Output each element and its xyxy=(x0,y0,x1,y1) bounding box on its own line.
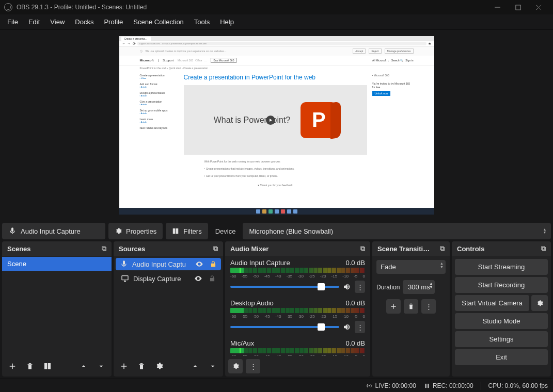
add-source-button[interactable] xyxy=(117,359,131,373)
transitions-title: Scene Transiti… xyxy=(377,245,430,253)
titlebar: OBS 29.1.3 - Profile: Untitled - Scenes:… xyxy=(0,0,553,14)
exit-button[interactable]: Exit xyxy=(455,349,548,365)
source-down-button[interactable] xyxy=(206,359,220,373)
minimize-button[interactable] xyxy=(487,0,508,14)
scenes-title: Scenes xyxy=(7,245,31,253)
menu-docks[interactable]: Docks xyxy=(70,16,99,28)
start-virtual-camera-button[interactable]: Start Virtual Camera xyxy=(455,295,529,311)
maximize-button[interactable] xyxy=(508,0,528,14)
source-item[interactable]: Display Capture xyxy=(116,271,221,286)
mixer-channel: Audio Input Capture0.0 dB -60-55-50-45-4… xyxy=(225,257,370,297)
popout-icon[interactable]: ⧉ xyxy=(440,244,445,253)
svg-rect-5 xyxy=(48,363,51,369)
svg-rect-7 xyxy=(425,383,426,387)
statusbar: LIVE: 00:00:00 REC: 00:00:00 CPU: 0.0%, … xyxy=(0,379,553,392)
close-button[interactable] xyxy=(528,0,549,14)
eye-icon[interactable] xyxy=(194,274,202,283)
scene-down-button[interactable] xyxy=(94,359,108,373)
obs-logo-icon xyxy=(4,3,12,11)
settings-button[interactable]: Settings xyxy=(455,331,548,347)
preview-area[interactable]: Create a presenta… ←→⟳support.microsoft.… xyxy=(0,30,553,221)
controls-dock: Controls⧉ Start Streaming Start Recordin… xyxy=(452,241,551,377)
svg-rect-6 xyxy=(122,276,128,280)
mixer-settings-button[interactable] xyxy=(228,359,243,373)
source-item[interactable]: Audio Input Captu xyxy=(116,258,221,270)
mic-icon xyxy=(8,227,17,235)
level-meter xyxy=(230,308,365,313)
channel-menu-button[interactable]: ⋮ xyxy=(355,321,365,333)
speaker-icon[interactable] xyxy=(342,282,352,291)
transition-select[interactable]: Fade ▲▼ xyxy=(376,260,446,274)
remove-scene-button[interactable] xyxy=(23,359,37,373)
controls-title: Controls xyxy=(457,245,484,253)
menu-tools[interactable]: Tools xyxy=(189,16,215,28)
menu-help[interactable]: Help xyxy=(215,16,239,28)
svg-rect-8 xyxy=(428,383,429,387)
meter-ticks: -60-55-50-45-40-35-30-25-20-15-10-50 xyxy=(230,314,365,319)
scenes-dock: Scenes⧉ Scene xyxy=(2,241,112,377)
monitor-icon xyxy=(121,274,129,283)
duration-label: Duration xyxy=(376,284,400,291)
menu-edit[interactable]: Edit xyxy=(23,16,45,28)
virtual-camera-settings-button[interactable] xyxy=(531,295,548,311)
source-up-button[interactable] xyxy=(188,359,202,373)
mixer-title: Audio Mixer xyxy=(230,245,268,253)
eye-icon[interactable] xyxy=(195,260,203,268)
scene-filter-button[interactable] xyxy=(40,359,55,373)
sources-title: Sources xyxy=(119,245,145,253)
svg-rect-2 xyxy=(173,228,176,234)
remove-transition-button[interactable] xyxy=(404,299,418,314)
selected-source-label: Audio Input Capture xyxy=(21,227,81,235)
properties-button[interactable]: Properties xyxy=(108,223,163,239)
mixer-channel: Mic/Aux0.0 dB -60-55-50-45-40-35-30-25-2… xyxy=(225,337,370,356)
source-properties-button[interactable] xyxy=(152,359,166,373)
selected-source-pill: Audio Input Capture xyxy=(2,223,105,239)
meter-ticks: -60-55-50-45-40-35-30-25-20-15-10-50 xyxy=(230,274,365,279)
start-streaming-button[interactable]: Start Streaming xyxy=(455,259,548,275)
channel-menu-button[interactable]: ⋮ xyxy=(355,281,365,293)
level-meter xyxy=(230,268,365,273)
device-label: Device xyxy=(211,227,240,235)
svg-rect-0 xyxy=(495,7,500,7)
volume-slider[interactable] xyxy=(230,326,339,328)
duration-input[interactable]: 300 ms ▲▼ xyxy=(403,280,435,294)
cpu-status: CPU: 0.0%, 60.00 fps xyxy=(488,382,548,389)
lock-icon[interactable] xyxy=(210,260,217,268)
svg-rect-3 xyxy=(176,228,179,234)
pause-icon xyxy=(423,382,431,389)
level-meter xyxy=(230,348,365,353)
preview-canvas: Create a presenta… ←→⟳support.microsoft.… xyxy=(119,36,434,215)
transition-menu-button[interactable]: ⋮ xyxy=(421,299,436,314)
svg-rect-4 xyxy=(44,363,47,369)
speaker-icon[interactable] xyxy=(342,322,352,332)
menu-profile[interactable]: Profile xyxy=(99,16,128,28)
popout-icon[interactable]: ⧉ xyxy=(541,244,546,253)
popout-icon[interactable]: ⧉ xyxy=(102,244,106,253)
add-scene-button[interactable] xyxy=(5,359,20,373)
transitions-dock: Scene Transiti…⧉ Fade ▲▼ Duration 300 ms… xyxy=(372,241,450,377)
menu-scene-collection[interactable]: Scene Collection xyxy=(128,16,189,28)
mixer-channel: Desktop Audio0.0 dB -60-55-50-45-40-35-3… xyxy=(225,297,370,337)
window-title: OBS 29.1.3 - Profile: Untitled - Scenes:… xyxy=(17,4,147,11)
volume-slider[interactable] xyxy=(230,286,339,288)
scene-item[interactable]: Scene xyxy=(2,257,112,271)
source-context-bar: Audio Input Capture Properties Filters D… xyxy=(0,221,553,241)
remove-source-button[interactable] xyxy=(134,359,149,373)
add-transition-button[interactable] xyxy=(386,299,401,314)
chevron-updown-icon: ▲▼ xyxy=(541,228,549,234)
popout-icon[interactable]: ⧉ xyxy=(360,244,365,253)
mixer-menu-button[interactable]: ⋮ xyxy=(246,359,260,373)
scene-up-button[interactable] xyxy=(76,359,91,373)
start-recording-button[interactable]: Start Recording xyxy=(455,277,548,293)
gear-icon xyxy=(115,227,122,235)
menu-view[interactable]: View xyxy=(45,16,70,28)
mic-icon xyxy=(120,260,128,268)
studio-mode-button[interactable]: Studio Mode xyxy=(455,313,548,329)
menubar: File Edit View Docks Profile Scene Colle… xyxy=(0,14,553,30)
unlock-icon[interactable] xyxy=(209,275,216,282)
menu-file[interactable]: File xyxy=(2,16,23,28)
device-select[interactable]: Microphone (Blue Snowball) ▲▼ xyxy=(243,223,551,239)
chevron-updown-icon: ▲▼ xyxy=(429,282,433,289)
popout-icon[interactable]: ⧉ xyxy=(213,244,218,253)
filters-button[interactable]: Filters xyxy=(166,223,208,239)
